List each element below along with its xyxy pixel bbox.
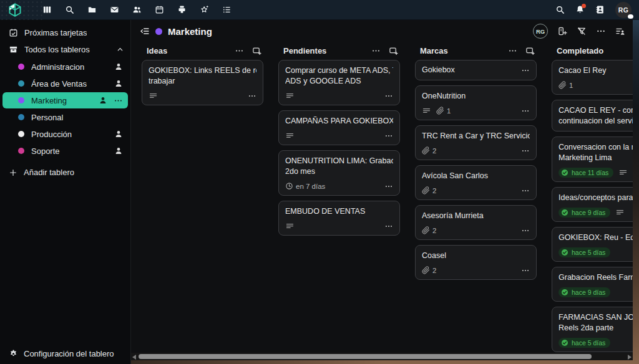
- kanban-card[interactable]: CACAO EL REY - consultar continuacion de…: [552, 100, 633, 132]
- board-header: Marketing RG: [131, 20, 633, 42]
- person-icon: [114, 79, 123, 88]
- board-name: Personal: [31, 113, 63, 122]
- sidebar-toggle-icon[interactable]: [140, 26, 150, 36]
- board-title: Marketing: [168, 26, 212, 37]
- kanban-card[interactable]: TRC Rent a Car y TRC Servicios2: [415, 125, 537, 160]
- card-title: TRC Rent a Car y TRC Servicios: [422, 131, 530, 141]
- kanban-card[interactable]: OneNutrition1: [415, 85, 537, 120]
- card-menu-button[interactable]: [521, 107, 530, 115]
- kanban-card[interactable]: EMBUDO DE VENTAS: [278, 201, 400, 236]
- sidebar-item-all-boards[interactable]: Todos los tableros: [0, 41, 130, 58]
- notifications-bell-icon[interactable]: [575, 5, 585, 14]
- kanban-card[interactable]: ONENUTRITION LIMA: Grabacion reels 2do m…: [278, 150, 400, 196]
- column-title: Marcas: [420, 46, 500, 55]
- add-board-button[interactable]: Añadir tablero: [0, 164, 130, 181]
- sidebar-board-producci-n[interactable]: Producción: [2, 126, 128, 142]
- mail-icon[interactable]: [110, 5, 119, 14]
- card-menu-button[interactable]: [384, 222, 393, 231]
- kanban-card[interactable]: Grabacion Reels Farmacis Sahace 9 días: [552, 267, 633, 302]
- kanban-card[interactable]: Comprar curso de META ADS, TIKTOK ADS y …: [278, 60, 400, 105]
- card-menu-button[interactable]: [521, 146, 530, 155]
- card-menu-button[interactable]: [521, 266, 530, 275]
- add-card-button[interactable]: [252, 46, 261, 55]
- kanban-card[interactable]: Ideas/conceptos para Reelshace 9 días: [552, 187, 633, 222]
- add-card-button[interactable]: [389, 46, 398, 55]
- scrollbar-thumb[interactable]: [139, 354, 592, 359]
- board-member-avatar[interactable]: RG: [533, 24, 548, 39]
- chevron-up-icon[interactable]: [116, 46, 124, 54]
- user-avatar[interactable]: RG: [615, 2, 632, 18]
- kanban-card[interactable]: Avícola San Carlos2: [415, 165, 537, 200]
- group-by-icon[interactable]: [615, 26, 625, 36]
- attachment-count: 2: [422, 146, 436, 155]
- card-list: GOKIEBOX: Links REELS de ref. para traba…: [142, 60, 263, 105]
- card-menu-button[interactable]: [248, 92, 256, 100]
- dots-icon: [521, 107, 530, 115]
- card-title: GOKIEBOX: Links REELS de ref. para traba…: [149, 65, 256, 87]
- global-search-icon[interactable]: [555, 5, 565, 14]
- contacts-book-icon[interactable]: [595, 5, 605, 14]
- kanban-card[interactable]: Conversacion con la nueva C Marketing Li…: [552, 136, 633, 182]
- kanban-card[interactable]: CAMPAÑAS PARA GOKIEBOX: [278, 110, 400, 145]
- column-title: Pendientes: [283, 46, 363, 55]
- person-icon: [114, 62, 123, 71]
- clip-icon: [422, 146, 430, 155]
- column-title: Ideas: [147, 46, 227, 55]
- board-name: Producción: [31, 130, 72, 139]
- sidebar-board--rea-de-ventas[interactable]: Área de Ventas: [2, 75, 128, 92]
- card-title: Avícola San Carlos: [422, 171, 530, 181]
- search-icon[interactable]: [65, 5, 74, 14]
- card-menu-button[interactable]: [384, 182, 393, 191]
- horizontal-scrollbar[interactable]: [131, 353, 633, 360]
- card-menu-button[interactable]: [521, 66, 530, 75]
- attachment-count: 1: [436, 107, 451, 115]
- users-icon[interactable]: [132, 5, 142, 14]
- column-menu-button[interactable]: [508, 46, 517, 55]
- board-settings-button[interactable]: Configuración del tablero: [0, 349, 130, 358]
- card-title: FARMACIAS SAN JOSE: Grab Reels 2da parte: [559, 312, 633, 333]
- task-list-icon[interactable]: [222, 5, 232, 14]
- column-menu-button[interactable]: [371, 46, 381, 55]
- column-menu-button[interactable]: [235, 46, 244, 55]
- card-menu-button[interactable]: [521, 226, 530, 235]
- column-header: Completado: [552, 42, 633, 59]
- card-menu-button[interactable]: [521, 186, 530, 195]
- kanban-card[interactable]: Asesoría Murrieta2: [415, 205, 537, 240]
- kanban-card[interactable]: Gokiebox: [415, 60, 537, 80]
- board-menu-button[interactable]: [596, 26, 606, 36]
- add-view-icon[interactable]: [557, 26, 567, 36]
- kanban-card[interactable]: Cacao El Rey1: [552, 60, 633, 95]
- card-title: CACAO EL REY - consultar continuacion de…: [559, 105, 633, 127]
- sidebar-board-personal[interactable]: Personal: [2, 109, 128, 125]
- sidebar-item-upcoming-cards[interactable]: Próximas tarjetas: [0, 24, 130, 41]
- kanban-card[interactable]: GOKIEBOX: Links REELS de ref. para traba…: [142, 60, 263, 105]
- board-menu-button[interactable]: [114, 95, 123, 105]
- column-header: Marcas: [415, 42, 537, 59]
- boards-box-icon: [9, 45, 18, 54]
- scroll-right-arrow[interactable]: [628, 355, 632, 360]
- kanban-card[interactable]: GOKIEBOX: Reu - Equipo dehace 5 días: [552, 227, 633, 262]
- clock-icon: [285, 182, 293, 190]
- sidebar-board-marketing[interactable]: Marketing: [2, 92, 128, 108]
- desc-icon: [285, 221, 295, 231]
- kanban-card[interactable]: Coasel2: [415, 245, 537, 280]
- dots-icon: [521, 146, 530, 155]
- kanban-boards-icon[interactable]: [42, 5, 52, 14]
- calendar-icon[interactable]: [155, 5, 164, 14]
- dots-icon: [521, 226, 530, 235]
- card-title: ONENUTRITION LIMA: Grabacion reels 2do m…: [285, 156, 393, 177]
- kanban-card[interactable]: FARMACIAS SAN JOSE: Grab Reels 2da parte…: [552, 307, 633, 352]
- app-logo-icon[interactable]: [7, 2, 23, 18]
- card-menu-button[interactable]: [384, 92, 393, 100]
- completed-badge: hace 11 días: [559, 168, 613, 178]
- card-menu-button[interactable]: [384, 132, 393, 140]
- printer-icon[interactable]: [177, 5, 187, 14]
- scroll-left-arrow[interactable]: [132, 355, 136, 360]
- sidebar-board-administracion[interactable]: Administracion: [2, 59, 128, 75]
- favorites-star-icon[interactable]: [200, 5, 209, 14]
- desc-icon: [285, 91, 295, 100]
- folder-icon[interactable]: [87, 5, 97, 14]
- add-card-button[interactable]: [525, 46, 535, 55]
- filter-icon[interactable]: [577, 26, 587, 36]
- sidebar-board-soporte[interactable]: Soporte: [2, 143, 128, 159]
